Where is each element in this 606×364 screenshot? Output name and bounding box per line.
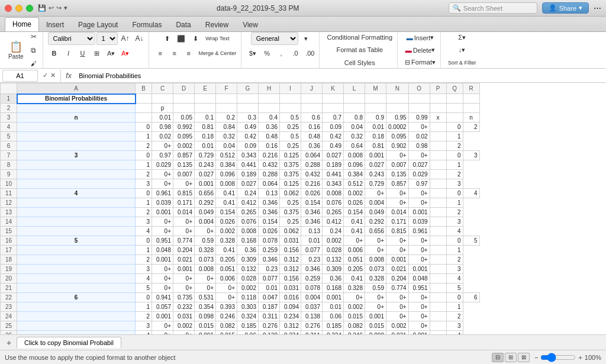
table-cell[interactable] [463,94,479,104]
table-cell[interactable]: 0.346 [259,198,280,208]
table-cell[interactable]: 0.64 [344,141,365,151]
table-cell[interactable]: 0.32 [216,132,237,141]
table-cell[interactable] [408,94,430,104]
table-cell[interactable] [430,189,446,198]
table-cell[interactable]: 0.01 [301,236,323,246]
table-cell[interactable] [173,104,195,113]
table-cell[interactable] [17,331,136,335]
table-cell[interactable]: 0+ [365,302,386,312]
table-cell[interactable]: 0 [446,189,463,198]
table-cell[interactable] [430,236,446,246]
table-cell[interactable]: 3 [136,217,152,227]
table-cell[interactable]: 0.002 [323,236,344,246]
table-cell[interactable]: 0+ [365,236,386,246]
table-cell[interactable]: 4 [463,189,479,198]
table-cell[interactable]: 0.076 [237,217,259,227]
table-cell[interactable]: Binomial Probabilities [17,94,136,104]
table-cell[interactable]: 0+ [195,284,216,293]
table-cell[interactable] [259,94,280,104]
col-header-R[interactable]: R [463,83,479,94]
comma-button[interactable]: , [275,47,288,60]
table-cell[interactable]: 4 [446,227,463,236]
table-cell[interactable]: 0.512 [344,179,365,189]
table-cell[interactable] [446,104,463,113]
table-cell[interactable] [17,141,136,151]
table-cell[interactable] [430,170,446,179]
table-cell[interactable]: 0.027 [237,179,259,189]
table-cell[interactable]: 0.276 [259,321,280,331]
share-button[interactable]: 👤 Share ▾ [542,2,589,14]
table-cell[interactable]: 0.04 [216,141,237,151]
table-cell[interactable]: 0.006 [216,274,237,284]
tab-page-layout[interactable]: Page Layout [71,18,125,31]
table-cell[interactable]: 3 [136,321,152,331]
table-cell[interactable]: 0.303 [237,302,259,312]
col-header-P[interactable]: P [430,83,446,94]
table-cell[interactable]: 0.81 [195,123,216,132]
table-cell[interactable]: 0+ [173,284,195,293]
col-header-F[interactable]: F [216,83,237,94]
table-cell[interactable] [17,123,136,132]
table-cell[interactable]: 0.48 [259,132,280,141]
table-cell[interactable]: 0.02 [408,132,430,141]
table-cell[interactable]: 0.84 [216,123,237,132]
table-cell[interactable]: 2 [446,312,463,321]
table-cell[interactable]: 0.98 [408,141,430,151]
table-cell[interactable]: 0.06 [323,312,344,321]
tab-data[interactable]: Data [169,18,198,31]
table-cell[interactable]: 0+ [386,312,409,321]
table-cell[interactable]: 0.656 [365,227,386,236]
table-cell[interactable]: 1 [136,160,152,170]
table-cell[interactable] [430,255,446,265]
underline-button[interactable]: U [76,47,89,60]
col-header-G[interactable]: G [237,83,259,94]
table-cell[interactable]: 0.25 [280,217,301,227]
table-cell[interactable]: 0.156 [280,274,301,284]
table-cell[interactable] [430,293,446,302]
table-cell[interactable]: 0.288 [301,160,323,170]
conditional-formatting-button[interactable]: Conditional Formatting [324,32,395,43]
table-cell[interactable]: 1 [446,246,463,255]
table-cell[interactable]: 0+ [216,284,237,293]
table-cell[interactable]: 0.171 [173,198,195,208]
table-cell[interactable] [17,198,136,208]
table-cell[interactable]: 0.0002 [386,123,409,132]
table-cell[interactable]: 0.049 [365,208,386,217]
table-cell[interactable]: 0+ [386,198,409,208]
col-header-H[interactable]: H [259,83,280,94]
spreadsheet-container[interactable]: A B C D E F G H I J K L M N O P Q [0,83,606,334]
table-cell[interactable]: 0+ [408,123,430,132]
table-cell[interactable]: 4 [446,274,463,284]
table-cell[interactable] [237,104,259,113]
borders-button[interactable]: ⊞ [91,47,104,60]
table-cell[interactable]: 0.156 [280,246,301,255]
table-cell[interactable] [430,217,446,227]
table-cell[interactable]: 0.735 [173,293,195,302]
table-cell[interactable]: 0.656 [195,189,216,198]
table-cell[interactable] [301,94,323,104]
table-cell[interactable]: 0.001 [408,331,430,335]
table-cell[interactable]: 0.375 [280,160,301,170]
page-break-view-button[interactable]: ⊠ [518,353,530,362]
table-cell[interactable]: 6 [17,293,136,302]
table-cell[interactable]: 0.187 [259,302,280,312]
table-cell[interactable]: 0.001 [365,312,386,321]
table-cell[interactable]: 4 [136,274,152,284]
table-cell[interactable]: 0 [446,236,463,246]
table-cell[interactable]: 0.138 [259,331,280,335]
table-cell[interactable]: 0.292 [365,217,386,227]
table-cell[interactable]: 0.902 [386,141,409,151]
bold-button[interactable]: B [48,47,61,60]
table-cell[interactable]: 0+ [408,293,430,302]
table-cell[interactable]: 0.189 [237,170,259,179]
cell-reference-box[interactable]: A1 [2,70,38,82]
col-header-Q[interactable]: Q [446,83,463,94]
table-cell[interactable]: 0.774 [173,236,195,246]
fill-button[interactable]: ↓▾ [456,44,469,56]
align-middle[interactable]: ⬛ [175,32,188,45]
table-cell[interactable]: 0.004 [365,198,386,208]
table-cell[interactable]: 0+ [408,198,430,208]
table-cell[interactable]: 0+ [344,293,365,302]
table-cell[interactable]: 0.97 [408,179,430,189]
table-cell[interactable]: 0.026 [216,217,237,227]
